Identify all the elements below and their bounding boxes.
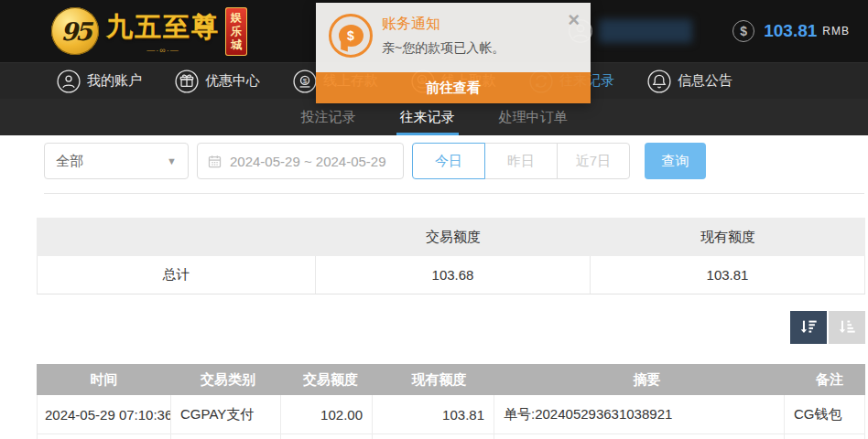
money-bubble-icon: $ bbox=[329, 14, 373, 58]
col-summary: 摘要 bbox=[502, 364, 792, 395]
svg-text:$: $ bbox=[303, 76, 308, 84]
nav-item-my-account[interactable]: 我的账户 bbox=[57, 70, 142, 93]
summary-trade-total: 103.68 bbox=[316, 256, 591, 294]
logo-monogram: 95 bbox=[60, 17, 90, 46]
filter-bar: 全部 ▼ 2024-05-29 ~ 2024-05-29 今日 昨日 近7日 查… bbox=[44, 143, 706, 179]
sort-asc-icon bbox=[837, 317, 857, 337]
user-icon bbox=[57, 70, 81, 93]
query-button[interactable]: 查询 bbox=[645, 143, 706, 179]
notification-title: 账务通知 bbox=[382, 15, 578, 34]
table-header-row: 时间 交易类别 交易额度 现有额度 摘要 备注 bbox=[37, 364, 865, 395]
summary-table: 交易额度 现有额度 总计 103.68 103.81 bbox=[37, 218, 865, 294]
range-today-button[interactable]: 今日 bbox=[412, 143, 485, 179]
close-icon[interactable]: × bbox=[568, 10, 580, 30]
cell-amount bbox=[281, 434, 373, 439]
tab-transaction-records[interactable]: 往来记录 bbox=[398, 99, 457, 135]
notification-body: $ 账务通知 亲~您的款项已入帐。 × bbox=[316, 3, 591, 72]
col-amount: 交易额度 bbox=[285, 364, 376, 395]
cell-summary: 单号:202405293631038921 bbox=[494, 395, 785, 434]
nav-item-announcements[interactable]: 信息公告 bbox=[647, 70, 732, 93]
wallet-balance[interactable]: $ 103.81 RMB bbox=[732, 20, 850, 42]
col-type: 交易类别 bbox=[173, 364, 283, 395]
cell-balance bbox=[373, 434, 494, 439]
sort-ascending-button[interactable] bbox=[829, 311, 865, 344]
sort-descending-button[interactable] bbox=[790, 311, 827, 344]
notification-message: 亲~您的款项已入帐。 bbox=[382, 40, 578, 57]
cell-type: CGPAY支付 bbox=[171, 395, 281, 434]
brand-badge: 娱乐城 bbox=[225, 7, 247, 56]
range-yesterday-button[interactable]: 昨日 bbox=[484, 143, 558, 179]
notification-popup: $ 账务通知 亲~您的款项已入帐。 × 前往查看 bbox=[316, 3, 591, 103]
logo-monogram-circle: 95 bbox=[51, 7, 99, 55]
tab-bet-records[interactable]: 投注记录 bbox=[299, 99, 358, 135]
balance-currency: RMB bbox=[822, 25, 850, 37]
username-redacted bbox=[599, 19, 692, 43]
col-balance: 现有额度 bbox=[378, 364, 500, 395]
deposit-coin-icon: $ bbox=[293, 70, 317, 93]
table-row-partial: 调整网上余额 bbox=[37, 434, 865, 439]
table-row: 2024-05-29 07:10:36 CGPAY支付 102.00 103.8… bbox=[37, 395, 865, 434]
balance-amount: 103.81 bbox=[764, 21, 817, 41]
transactions-table: 时间 交易类别 交易额度 现有额度 摘要 备注 2024-05-29 07:10… bbox=[37, 364, 865, 439]
cell-remark bbox=[785, 434, 865, 439]
brand-name: 九五至尊 bbox=[106, 9, 220, 46]
site-logo[interactable]: 95 九五至尊 —·∞·— 娱乐城 bbox=[51, 7, 247, 56]
section-divider bbox=[44, 193, 864, 194]
category-select[interactable]: 全部 ▼ bbox=[44, 143, 189, 179]
summary-header-trade: 交易额度 bbox=[316, 218, 591, 256]
col-remark: 备注 bbox=[794, 364, 865, 395]
gift-icon bbox=[175, 70, 199, 93]
cell-amount: 102.00 bbox=[281, 395, 373, 434]
nav-item-promotions[interactable]: 优惠中心 bbox=[175, 70, 260, 93]
dollar-coin-icon: $ bbox=[732, 20, 754, 42]
summary-total-row: 总计 103.68 103.81 bbox=[37, 256, 865, 294]
cell-summary bbox=[494, 434, 785, 439]
cell-type: 调整网上余额 bbox=[171, 434, 281, 439]
tab-pending-orders[interactable]: 处理中订单 bbox=[497, 99, 570, 135]
record-tabs: 投注记录 往来记录 处理中订单 bbox=[0, 99, 868, 135]
go-view-button[interactable]: 前往查看 bbox=[316, 72, 591, 103]
summary-header-row: 交易额度 现有额度 bbox=[37, 218, 865, 256]
summary-balance-total: 103.81 bbox=[591, 256, 865, 294]
header-user-area: $ 103.81 RMB bbox=[568, 0, 850, 62]
cell-time: 2024-05-29 07:10:36 bbox=[37, 395, 171, 434]
sort-desc-icon bbox=[798, 317, 819, 337]
quick-range-group: 今日 昨日 近7日 bbox=[412, 143, 630, 179]
chevron-down-icon: ▼ bbox=[167, 155, 177, 166]
calendar-icon bbox=[207, 154, 222, 169]
cell-balance: 103.81 bbox=[373, 395, 494, 434]
logo-flourish-ornament: —·∞·— bbox=[146, 47, 179, 54]
range-7days-button[interactable]: 近7日 bbox=[557, 143, 630, 179]
col-time: 时间 bbox=[37, 364, 171, 395]
summary-total-label: 总计 bbox=[37, 256, 316, 294]
sort-controls bbox=[790, 311, 865, 344]
cell-time bbox=[37, 434, 171, 439]
summary-header-empty bbox=[37, 218, 316, 256]
bell-icon bbox=[647, 70, 671, 93]
cell-remark: CG钱包 bbox=[785, 395, 865, 434]
date-range-input[interactable]: 2024-05-29 ~ 2024-05-29 bbox=[197, 143, 404, 179]
summary-header-balance: 现有额度 bbox=[591, 218, 865, 256]
